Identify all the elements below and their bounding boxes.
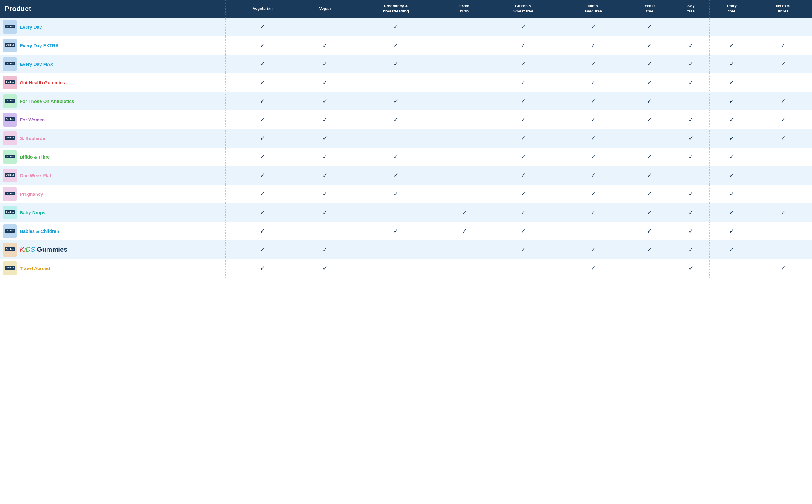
check-mark: ✓ [260,116,265,123]
product-image: Optibac [3,187,17,201]
dairy-cell [709,18,754,36]
check-mark: ✓ [521,79,526,86]
pregnancy-cell [350,203,442,222]
check-mark: ✓ [521,135,526,142]
nut-header: Nut &seed free [560,0,627,18]
from_birth-cell [442,110,487,129]
dairy-cell: ✓ [709,55,754,73]
check-mark: ✓ [647,246,652,253]
pregnancy-cell: ✓ [350,222,442,240]
vegan-cell: ✓ [300,240,350,259]
yeast-cell: ✓ [627,36,673,55]
check-mark: ✓ [521,191,526,197]
pregnancy-cell: ✓ [350,185,442,203]
check-mark: ✓ [729,98,734,104]
check-mark: ✓ [729,79,734,86]
product-image: Optibac [3,243,17,257]
gluten-cell: ✓ [487,129,560,148]
check-mark: ✓ [591,153,596,160]
nut-cell: ✓ [560,18,627,36]
check-mark: ✓ [591,79,596,86]
fos-cell [754,148,812,166]
product-info: Optibac For Women [3,113,223,127]
pregnancy-cell [350,240,442,259]
nut-cell: ✓ [560,73,627,92]
vegan-cell: ✓ [300,166,350,185]
check-mark: ✓ [322,246,327,253]
from_birth-cell [442,259,487,278]
check-mark: ✓ [393,191,398,197]
from_birth-cell [442,55,487,73]
check-mark: ✓ [729,246,734,253]
soy-cell [673,92,709,110]
fos-cell: ✓ [754,129,812,148]
dairy-cell: ✓ [709,73,754,92]
fos-cell: ✓ [754,92,812,110]
gluten-cell: ✓ [487,185,560,203]
product-image: Optibac [3,131,17,145]
check-mark: ✓ [521,98,526,104]
check-mark: ✓ [729,209,734,216]
vegetarian-cell: ✓ [225,110,300,129]
soy-cell: ✓ [673,36,709,55]
dairy-header: Dairyfree [709,0,754,18]
from_birth-cell [442,18,487,36]
check-mark: ✓ [591,172,596,179]
product-cell: Optibac Gut Health Gummies [0,73,225,92]
check-mark: ✓ [322,265,327,271]
fos-cell: ✓ [754,203,812,222]
check-mark: ✓ [260,61,265,67]
soy-cell: ✓ [673,55,709,73]
pregnancy-cell: ✓ [350,92,442,110]
table-row: Optibac Every Day EXTRA ✓✓✓✓✓✓✓✓✓ [0,36,812,55]
check-mark: ✓ [322,153,327,160]
product-info: Optibac S. Boulardii [3,131,223,145]
check-mark: ✓ [521,61,526,67]
nut-cell: ✓ [560,166,627,185]
dairy-cell: ✓ [709,222,754,240]
check-mark: ✓ [647,116,652,123]
product-info: Optibac Bifido & Fibre [3,150,223,164]
pregnancy-cell: ✓ [350,36,442,55]
pregnancy-cell: ✓ [350,166,442,185]
product-info: Optibac Babies & Children [3,224,223,238]
vegan-cell [300,222,350,240]
soy-cell [673,18,709,36]
check-mark: ✓ [729,153,734,160]
soy-cell: ✓ [673,148,709,166]
nut-cell: ✓ [560,55,627,73]
pregnancy-header: Pregnancy &breastfeeding [350,0,442,18]
fos-header: No FOSfibres [754,0,812,18]
check-mark: ✓ [322,42,327,49]
dairy-cell: ✓ [709,203,754,222]
vegan-cell: ✓ [300,185,350,203]
vegan-cell: ✓ [300,110,350,129]
product-cell: Optibac Baby Drops [0,203,225,222]
check-mark: ✓ [688,209,694,216]
vegetarian-cell: ✓ [225,148,300,166]
dairy-cell: ✓ [709,240,754,259]
check-mark: ✓ [688,116,694,123]
from_birth-cell [442,36,487,55]
yeast-cell: ✓ [627,185,673,203]
product-image: Optibac [3,94,17,108]
check-mark: ✓ [591,246,596,253]
product-cell: Optibac Every Day [0,18,225,36]
pregnancy-cell: ✓ [350,148,442,166]
check-mark: ✓ [521,116,526,123]
check-mark: ✓ [393,116,398,123]
nut-cell: ✓ [560,259,627,278]
gluten-cell: ✓ [487,240,560,259]
vegan-cell: ✓ [300,148,350,166]
dairy-cell: ✓ [709,92,754,110]
vegetarian-cell: ✓ [225,203,300,222]
table-row: Optibac Bifido & Fibre ✓✓✓✓✓✓✓✓ [0,148,812,166]
check-mark: ✓ [322,172,327,179]
nut-cell: ✓ [560,185,627,203]
pregnancy-cell [350,73,442,92]
check-mark: ✓ [647,79,652,86]
from_birth-cell: ✓ [442,222,487,240]
table-row: Optibac For Those On Antibiotics ✓✓✓✓✓✓✓… [0,92,812,110]
product-image: Optibac [3,113,17,127]
yeast-cell: ✓ [627,92,673,110]
